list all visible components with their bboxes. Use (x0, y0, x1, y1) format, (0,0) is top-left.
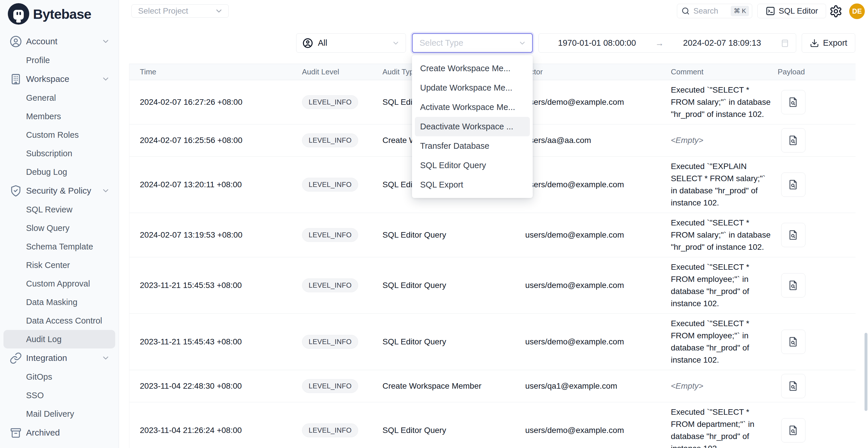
sidebar-item-general[interactable]: General (3, 89, 115, 107)
sidebar-item-profile[interactable]: Profile (3, 51, 115, 69)
type-filter-select[interactable]: Select Type (412, 33, 533, 53)
cell-level: LEVEL_INFO (302, 178, 382, 192)
sidebar-item-custom-roles[interactable]: Custom Roles (3, 126, 115, 144)
payload-view-button[interactable] (781, 418, 805, 443)
cell-actor: users/demo@example.com (525, 98, 671, 107)
sidebar-item-slow-query[interactable]: Slow Query (3, 219, 115, 237)
chevron-down-icon (392, 39, 400, 47)
sidebar-item-security-policy[interactable]: Security & Policy (3, 181, 115, 200)
payload-view-button[interactable] (781, 223, 805, 247)
brand-logo[interactable]: Bytebase (0, 0, 119, 28)
payload-view-button[interactable] (781, 273, 805, 297)
dropdown-option-sql-editor-query[interactable]: SQL Editor Query (415, 156, 530, 175)
cell-comment: Executed `"SELECT * FROM department;"` i… (671, 406, 773, 448)
payload-view-button[interactable] (781, 90, 805, 114)
cell-type: SQL Editor Query (382, 337, 525, 346)
file-search-icon (787, 135, 799, 146)
date-to-value[interactable]: 2024-02-07 18:09:13 (664, 38, 780, 48)
payload-view-button[interactable] (781, 128, 805, 153)
table-row: 2024-02-07 13:19:53 +08:00 LEVEL_INFO SQ… (129, 213, 856, 257)
cell-level: LEVEL_INFO (302, 228, 382, 242)
sidebar-item-label: Profile (26, 56, 50, 65)
cell-payload (778, 128, 856, 153)
sidebar-item-label: Slow Query (26, 223, 69, 233)
project-select[interactable]: Select Project (131, 4, 229, 18)
cell-level: LEVEL_INFO (302, 423, 382, 437)
cell-actor: users/demo@example.com (525, 337, 671, 346)
cell-type: SQL Editor Query (382, 230, 525, 239)
sidebar-item-subscription[interactable]: Subscription (3, 144, 115, 163)
dropdown-option-deactivate-workspace-member[interactable]: Deactivate Workspace ... (415, 117, 530, 136)
sidebar-item-gitops[interactable]: GitOps (3, 367, 115, 386)
level-badge: LEVEL_INFO (302, 95, 358, 109)
sidebar-item-account[interactable]: Account (3, 32, 115, 51)
col-header-actor: Actor (525, 67, 671, 76)
payload-view-button[interactable] (781, 330, 805, 354)
cell-time: 2023-11-04 22:48:30 +08:00 (140, 381, 302, 391)
sidebar-item-debug-log[interactable]: Debug Log (3, 163, 115, 181)
vertical-scrollbar-thumb[interactable] (865, 333, 867, 411)
sidebar-item-schema-template[interactable]: Schema Template (3, 237, 115, 256)
cell-level: LEVEL_INFO (302, 279, 382, 292)
sidebar-item-sso[interactable]: SSO (3, 386, 115, 405)
actor-filter-select[interactable]: All (296, 33, 406, 53)
date-from-value[interactable]: 1970-01-01 08:00:00 (539, 38, 655, 48)
payload-view-button[interactable] (781, 374, 805, 398)
cell-type: Create Workspace Member (382, 381, 525, 391)
sidebar-item-data-access-control[interactable]: Data Access Control (3, 311, 115, 330)
sidebar-item-workspace[interactable]: Workspace (3, 69, 115, 89)
level-badge: LEVEL_INFO (302, 228, 358, 242)
settings-button[interactable] (829, 4, 843, 19)
link-icon (9, 352, 22, 364)
calendar-icon (780, 38, 789, 48)
cell-payload (778, 90, 856, 114)
actor-filter-value: All (318, 38, 327, 48)
cell-level: LEVEL_INFO (302, 335, 382, 349)
arrow-right-icon: → (655, 38, 664, 48)
col-header-comment: Comment (671, 67, 778, 76)
dropdown-option-transfer-database[interactable]: Transfer Database (415, 136, 530, 156)
chevron-down-icon (101, 37, 110, 46)
sidebar-item-label: Workspace (26, 74, 69, 84)
dropdown-option-activate-workspace-member[interactable]: Activate Workspace Me... (415, 98, 530, 117)
sidebar: Bytebase Account Profile Workspace (0, 0, 119, 448)
sidebar-item-data-masking[interactable]: Data Masking (3, 293, 115, 311)
cell-payload (778, 330, 856, 354)
dropdown-option-sql-export[interactable]: SQL Export (415, 175, 530, 194)
brand-name: Bytebase (33, 6, 91, 22)
file-search-icon (787, 96, 799, 108)
topbar: Select Project Search ⌘ K SQL Editor DE (119, 0, 868, 33)
col-header-level: Audit Level (302, 67, 382, 76)
date-range-picker[interactable]: 1970-01-01 08:00:00 → 2024-02-07 18:09:1… (538, 33, 796, 53)
sidebar-item-archived[interactable]: Archived (3, 423, 115, 442)
sidebar-item-label: Members (26, 112, 61, 121)
sidebar-item-risk-center[interactable]: Risk Center (3, 256, 115, 274)
cell-payload (778, 223, 856, 247)
dropdown-option-update-workspace-member[interactable]: Update Workspace Me... (415, 78, 530, 98)
sidebar-item-mail-delivery[interactable]: Mail Delivery (3, 405, 115, 423)
search-shortcut-badge: ⌘ K (731, 6, 749, 16)
cell-actor: users/demo@example.com (525, 426, 671, 435)
sidebar-item-audit-log[interactable]: Audit Log (3, 330, 115, 348)
sidebar-item-label: Custom Approval (26, 279, 90, 289)
avatar[interactable]: DE (849, 3, 865, 19)
cell-time: 2023-11-21 15:45:43 +08:00 (140, 337, 302, 346)
cell-actor: users/aa@aa.com (525, 136, 671, 145)
search-input[interactable]: Search ⌘ K (677, 4, 752, 18)
sidebar-item-integration[interactable]: Integration (3, 348, 115, 367)
terminal-icon (766, 6, 775, 16)
sql-editor-button[interactable]: SQL Editor (757, 4, 826, 18)
sidebar-item-custom-approval[interactable]: Custom Approval (3, 274, 115, 293)
dropdown-option-create-workspace-member[interactable]: Create Workspace Me... (415, 59, 530, 78)
sidebar-item-sql-review[interactable]: SQL Review (3, 200, 115, 219)
table-row: 2023-11-21 15:45:43 +08:00 LEVEL_INFO SQ… (129, 314, 856, 370)
project-select-placeholder: Select Project (138, 6, 188, 15)
payload-view-button[interactable] (781, 172, 805, 197)
cell-time: 2023-11-21 15:45:53 +08:00 (140, 281, 302, 290)
sidebar-item-label: Data Access Control (26, 316, 102, 326)
export-button[interactable]: Export (802, 33, 855, 53)
sidebar-item-members[interactable]: Members (3, 107, 115, 126)
file-search-icon (787, 424, 799, 436)
cell-actor: users/demo@example.com (525, 281, 671, 290)
cell-level: LEVEL_INFO (302, 95, 382, 109)
